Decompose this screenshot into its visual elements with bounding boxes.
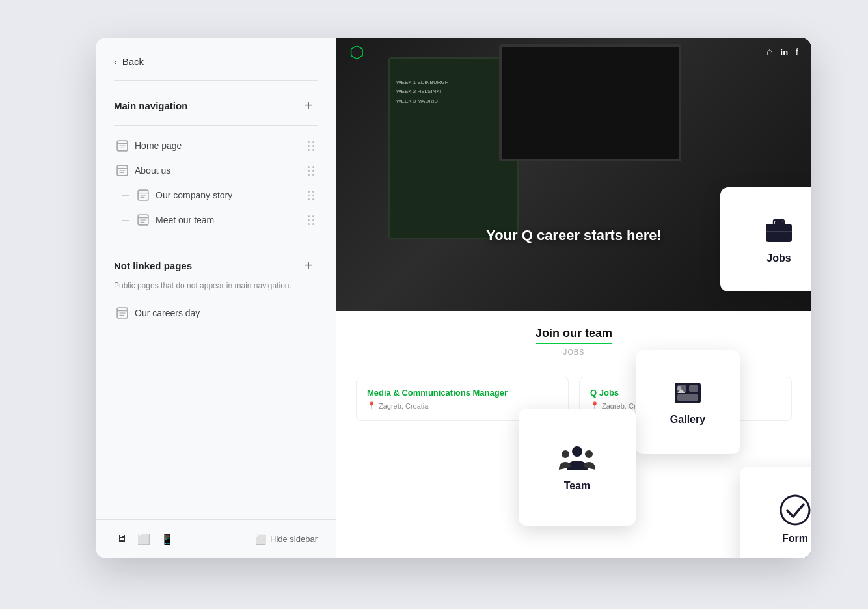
desktop-icon[interactable]: 🖥 — [114, 530, 129, 548]
back-chevron-icon: ‹ — [114, 57, 117, 67]
nav-about-label: About us — [135, 165, 301, 176]
nav-home-label: Home page — [135, 141, 301, 151]
widget-gallery[interactable]: Gallery — [636, 350, 740, 454]
not-linked-header: Not linked pages + — [114, 256, 318, 275]
preview-nav-jobs[interactable]: Jobs — [472, 496, 489, 506]
nav-item-company-story[interactable]: Our company story — [135, 183, 318, 208]
drag-handle-about[interactable] — [308, 166, 315, 176]
nav-item-meet-team[interactable]: Meet our team — [135, 208, 318, 232]
job-title-0: Media & Communications Manager — [367, 388, 558, 398]
gallery-widget-icon — [673, 379, 702, 407]
svg-point-39 — [781, 496, 809, 524]
main-nav-section: Main navigation + Home page — [96, 81, 336, 243]
nav-meet-team-label: Meet our team — [156, 215, 301, 225]
jobs-widget-icon — [763, 215, 794, 246]
logo-hexagon-icon: ⬡ — [349, 44, 364, 61]
tablet-icon[interactable]: ⬜ — [135, 530, 153, 548]
svg-rect-34 — [775, 221, 783, 226]
sidebar-bottom-bar: 🖥 ⬜ 📱 ⬜ Hide sidebar — [96, 519, 336, 558]
hide-sidebar-icon: ⬜ — [255, 534, 266, 545]
drag-handle-home[interactable] — [308, 141, 315, 151]
device-view-switcher: 🖥 ⬜ 📱 — [114, 530, 176, 548]
svg-point-36 — [572, 446, 582, 457]
not-linked-title: Not linked pages — [114, 260, 192, 271]
nav-item-home[interactable]: Home page — [114, 133, 318, 158]
sidebar: ‹ Back Main navigation + — [96, 38, 336, 558]
svg-point-37 — [562, 450, 569, 458]
gallery-widget-label: Gallery — [670, 414, 705, 426]
preview-topbar: ⬡ ⌂ in f — [336, 38, 811, 66]
about-children: Our company story — [114, 183, 318, 232]
page-icon-careers-day — [116, 307, 128, 319]
home-nav-icon: ⌂ — [766, 46, 773, 58]
svg-point-38 — [585, 450, 593, 458]
page-icon-company-story — [137, 189, 149, 201]
preview-nav-icons: ⌂ in f — [766, 46, 798, 58]
page-icon-meet-team — [137, 214, 149, 226]
drag-handle-meet-team[interactable] — [308, 215, 315, 225]
jobs-widget-label: Jobs — [766, 252, 791, 264]
linkedin-icon: in — [781, 47, 789, 57]
website-preview: WEEK 1 EDINBURGH WEEK 2 HELSINKI WEEK 3 … — [336, 38, 811, 558]
pin-icon-0: 📍 — [367, 401, 376, 410]
drag-handle-company-story[interactable] — [308, 191, 315, 200]
nav-divider — [114, 125, 318, 126]
facebook-icon: f — [796, 47, 798, 57]
main-content-area: WEEK 1 EDINBURGH WEEK 2 HELSINKI WEEK 3 … — [336, 38, 811, 558]
hide-sidebar-label: Hide sidebar — [270, 534, 318, 544]
team-widget-label: Team — [564, 480, 591, 492]
not-linked-add-button[interactable]: + — [299, 256, 318, 275]
widget-jobs[interactable]: Jobs — [720, 187, 811, 291]
not-linked-section: Not linked pages + Public pages that do … — [96, 243, 336, 338]
not-linked-description: Public pages that do not appear in main … — [114, 280, 318, 291]
join-team-section: Join our team JOBS — [336, 311, 811, 366]
form-widget-label: Form — [782, 533, 808, 545]
svg-rect-28 — [689, 385, 698, 392]
preview-nav-offices[interactable]: Offices — [650, 496, 676, 506]
join-team-title: Join our team — [536, 327, 612, 344]
back-label: Back — [122, 56, 144, 67]
widget-team[interactable]: Team — [519, 409, 636, 526]
nav-item-about[interactable]: About us — [114, 158, 318, 183]
hero-text: Your Q career starts here! — [486, 227, 662, 244]
widget-form[interactable]: Form — [740, 467, 811, 558]
nav-careers-day-label: Our careers day — [135, 308, 315, 318]
nav-item-careers-day[interactable]: Our careers day — [114, 301, 318, 325]
main-nav-title: Main navigation — [114, 100, 187, 111]
svg-rect-29 — [677, 394, 698, 401]
form-widget-icon — [779, 494, 811, 526]
page-icon-about — [116, 165, 128, 176]
main-nav-header: Main navigation + — [114, 96, 318, 115]
hide-sidebar-button[interactable]: ⬜ Hide sidebar — [255, 534, 318, 545]
nav-company-story-label: Our company story — [156, 190, 301, 200]
chalk-text: WEEK 1 EDINBURGH WEEK 2 HELSINKI WEEK 3 … — [396, 78, 448, 106]
team-widget-icon — [559, 442, 595, 474]
main-nav-add-button[interactable]: + — [299, 96, 318, 115]
back-button[interactable]: ‹ Back — [96, 38, 336, 80]
preview-logo: ⬡ — [349, 44, 364, 61]
mobile-icon[interactable]: 📱 — [158, 530, 176, 548]
page-icon-home — [116, 140, 128, 152]
